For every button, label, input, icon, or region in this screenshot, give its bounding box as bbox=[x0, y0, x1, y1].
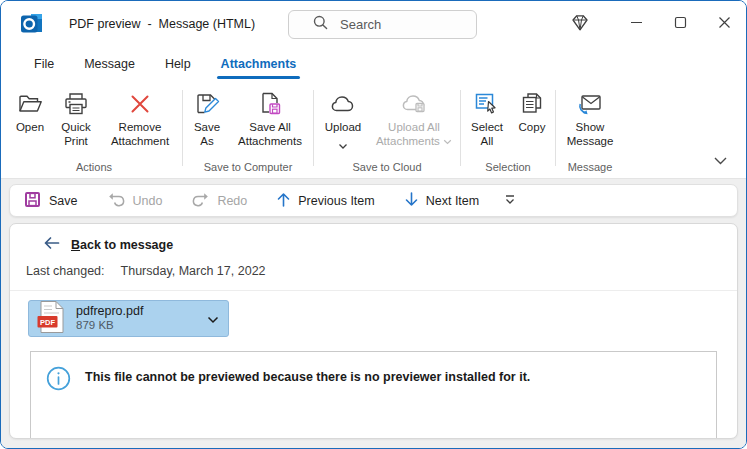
upload-button[interactable]: Upload bbox=[317, 86, 369, 156]
qat-next-item-button[interactable]: Next Item bbox=[405, 192, 480, 210]
remove-attachment-button[interactable]: Remove Attachment bbox=[101, 86, 179, 150]
qat-previous-item-button[interactable]: Previous Item bbox=[277, 192, 374, 210]
quick-access-toolbar: Save Undo Redo bbox=[9, 184, 738, 217]
back-arrow-icon bbox=[43, 236, 60, 254]
quick-print-label: Quick Print bbox=[56, 120, 96, 148]
tab-message[interactable]: Message bbox=[69, 47, 150, 80]
outlook-message-window: PDF preview - Message (HTML) Search bbox=[0, 0, 747, 449]
pdf-label: PDF bbox=[40, 317, 55, 326]
selection-buttons: Select All Copy bbox=[464, 86, 552, 161]
ribbon-group-actions: Open Quick Print bbox=[9, 80, 179, 178]
upload-cloud-icon bbox=[329, 88, 357, 120]
save-as-icon bbox=[194, 88, 221, 120]
minimize-button[interactable] bbox=[614, 1, 658, 47]
last-changed-value: Thursday, March 17, 2022 bbox=[121, 264, 266, 280]
copy-label: Copy bbox=[519, 120, 546, 134]
undo-icon bbox=[108, 192, 125, 210]
upload-all-cloud-icon bbox=[400, 88, 428, 120]
qat-redo-button[interactable]: Redo bbox=[192, 192, 247, 210]
attachment-preview-pane: Back to message Last changed: Thursday, … bbox=[9, 223, 738, 439]
ribbon-group-save-to-computer: Save As Save All Attachments bbox=[186, 80, 310, 178]
upload-label: Upload bbox=[325, 120, 361, 134]
printer-icon bbox=[63, 88, 89, 120]
selection-group-label: Selection bbox=[485, 161, 530, 178]
show-message-icon bbox=[576, 88, 604, 120]
close-button[interactable] bbox=[702, 1, 746, 47]
actions-buttons: Open Quick Print bbox=[9, 86, 179, 161]
save-all-attachments-label: Save All Attachments bbox=[233, 120, 307, 148]
preview-notice-text: This file cannot be previewed because th… bbox=[85, 370, 530, 384]
chevron-down-icon bbox=[338, 136, 348, 154]
open-button[interactable]: Open bbox=[9, 86, 51, 136]
info-icon bbox=[46, 366, 71, 395]
open-folder-icon bbox=[17, 88, 44, 120]
lower-area: Save Undo Redo bbox=[1, 179, 746, 448]
attachment-size: 879 KB bbox=[76, 319, 197, 333]
collapse-ribbon-icon bbox=[713, 152, 728, 169]
save-all-attachments-button[interactable]: Save All Attachments bbox=[230, 86, 310, 150]
save-cloud-buttons: Upload Upload All Attachments bbox=[317, 86, 457, 161]
qat-previous-item-label: Previous Item bbox=[298, 194, 374, 208]
upload-all-attachments-button[interactable]: Upload All Attachments bbox=[371, 86, 457, 150]
tab-attachments[interactable]: Attachments bbox=[206, 47, 312, 80]
down-arrow-icon bbox=[405, 192, 418, 210]
outlook-app-icon bbox=[19, 11, 45, 37]
maximize-icon bbox=[674, 15, 687, 33]
titlebar: PDF preview - Message (HTML) Search bbox=[1, 1, 746, 47]
tab-attachments-label: Attachments bbox=[221, 57, 297, 71]
back-to-message-link[interactable]: Back to message bbox=[43, 236, 737, 254]
search-placeholder: Search bbox=[340, 17, 381, 32]
divider bbox=[10, 290, 737, 291]
ribbon-group-message: Show Message Message bbox=[559, 80, 621, 178]
qat-save-button[interactable]: Save bbox=[24, 191, 78, 211]
tab-help[interactable]: Help bbox=[150, 47, 206, 80]
show-message-label: Show Message bbox=[562, 120, 618, 148]
copy-button[interactable]: Copy bbox=[512, 86, 552, 136]
open-label: Open bbox=[16, 120, 44, 134]
ribbon-group-selection: Select All Copy bbox=[464, 80, 552, 178]
search-input[interactable]: Search bbox=[288, 10, 477, 39]
window-controls bbox=[558, 1, 746, 47]
toolbar-overflow-button[interactable] bbox=[503, 192, 517, 210]
toolbar-overflow-icon bbox=[503, 192, 517, 210]
window-title: PDF preview - Message (HTML) bbox=[69, 17, 255, 31]
tab-file[interactable]: File bbox=[19, 47, 69, 80]
attachment-meta: pdfrepro.pdf 879 KB bbox=[76, 304, 197, 333]
attachment-chip[interactable]: PDF pdfrepro.pdf 879 KB bbox=[28, 300, 229, 337]
tab-help-label: Help bbox=[165, 57, 191, 71]
show-message-button[interactable]: Show Message bbox=[559, 86, 621, 150]
qat-undo-button[interactable]: Undo bbox=[108, 192, 163, 210]
collapse-ribbon-button[interactable] bbox=[713, 152, 728, 170]
message-buttons: Show Message bbox=[559, 86, 621, 161]
select-all-icon bbox=[474, 88, 500, 120]
save-floppy-icon bbox=[24, 191, 41, 211]
save-as-button[interactable]: Save As bbox=[186, 86, 228, 150]
actions-group-label: Actions bbox=[76, 161, 112, 178]
ribbon: Open Quick Print bbox=[1, 80, 746, 179]
maximize-button[interactable] bbox=[658, 1, 702, 47]
attachment-name: pdfrepro.pdf bbox=[76, 304, 197, 319]
copy-icon bbox=[519, 88, 545, 120]
save-computer-buttons: Save As Save All Attachments bbox=[186, 86, 310, 161]
search-icon bbox=[313, 15, 328, 34]
up-arrow-icon bbox=[277, 192, 290, 210]
chevron-down-icon bbox=[443, 139, 452, 145]
back-accel-letter: B bbox=[71, 238, 80, 252]
pdf-file-icon: PDF bbox=[36, 300, 66, 338]
coming-soon-diamond-button[interactable] bbox=[558, 1, 602, 47]
ribbon-group-save-to-cloud: Upload Upload All Attachments bbox=[317, 80, 457, 178]
save-as-label: Save As bbox=[189, 120, 225, 148]
qat-undo-label: Undo bbox=[133, 194, 163, 208]
close-icon bbox=[718, 15, 731, 33]
preview-notice-box: This file cannot be previewed because th… bbox=[30, 351, 717, 439]
select-all-button[interactable]: Select All bbox=[464, 86, 510, 150]
tab-message-label: Message bbox=[84, 57, 135, 71]
quick-print-button[interactable]: Quick Print bbox=[53, 86, 99, 150]
upload-all-attachments-label: Upload All Attachments bbox=[374, 120, 454, 148]
ribbon-separator bbox=[313, 90, 314, 166]
minimize-icon bbox=[630, 15, 643, 33]
last-changed-row: Last changed: Thursday, March 17, 2022 bbox=[26, 264, 737, 280]
attachment-options-chevron[interactable] bbox=[207, 310, 219, 328]
ribbon-tab-bar: File Message Help Attachments bbox=[1, 47, 746, 80]
qat-next-item-label: Next Item bbox=[426, 194, 480, 208]
